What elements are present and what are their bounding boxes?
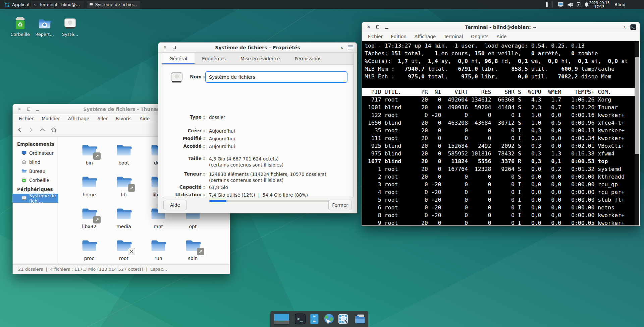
thunar-menu-aller[interactable]: Aller: [97, 116, 108, 121]
tab-mise-en-e-vidence[interactable]: Mise en évidence: [233, 53, 287, 64]
input-slot-icon[interactable]: [544, 0, 549, 9]
web-browser-launcher[interactable]: [323, 313, 335, 325]
sidebar-item-corbeille[interactable]: Corbeille: [13, 176, 58, 185]
terminal-summary-line: MiB Éch : 975,0 total, 975,0 libr, 0,0 u…: [365, 73, 634, 80]
file-item-run[interactable]: run: [142, 237, 174, 261]
maximize-icon[interactable]: [172, 45, 176, 50]
file-item-libx32[interactable]: ↗libx32: [73, 205, 105, 229]
file-item-boot[interactable]: boot: [108, 141, 140, 166]
thunar-sidebar: EmplacementsOrdinateurblindBureauCorbeil…: [13, 137, 58, 264]
properties-titlebar[interactable]: Système de fichiers - Propriétés ✕ ∧: [158, 43, 357, 53]
file-item-label: libx32: [73, 224, 105, 229]
sidebar-item-ordinateur[interactable]: Ordinateur: [13, 148, 58, 157]
terminal-summary-line: %Cpu(s): 1,7 ut, 1,4 sy, 0,0 ni, 96,8 id…: [365, 57, 634, 65]
process-row: 111 root 20 0 0 0 0 I 0,3 0,0 0:00.34 kw…: [365, 134, 634, 142]
close-icon[interactable]: ✕: [163, 45, 167, 50]
sidebar-item-bureau[interactable]: Bureau: [13, 167, 58, 176]
terminal-menu-fichier[interactable]: Fichier: [368, 34, 383, 39]
file-cabinet-launcher[interactable]: [309, 313, 320, 325]
file-item-proc[interactable]: proc: [73, 237, 105, 261]
tab-ge-ne-ral[interactable]: Général: [162, 53, 195, 64]
app-finder-launcher[interactable]: [337, 313, 349, 325]
link-emblem-icon: ↗: [93, 152, 101, 160]
file-item-media[interactable]: media: [108, 205, 140, 229]
maximize-icon[interactable]: [26, 107, 31, 112]
sidebar-item-label: Système de fichi...: [29, 193, 58, 204]
volume-icon[interactable]: [566, 0, 575, 9]
terminal-screen[interactable]: top - 17:13:27 up 14 min, 1 user, load a…: [362, 41, 639, 225]
home-button[interactable]: [49, 125, 58, 135]
process-row: 9 root 20 0 0 0 0 I 0,0 0,0 0:00.05 kwor…: [365, 219, 634, 225]
terminal-menu-e-dition[interactable]: Édition: [391, 34, 407, 39]
sidebar-item-syste-me-de-fichi[interactable]: Système de fichi...: [13, 194, 58, 203]
process-row: 35 root 20 0 0 0 0 I 0,3 0,0 0:00.13 kwo…: [365, 127, 634, 134]
drive-icon: [21, 195, 27, 201]
file-item-label: media: [108, 224, 140, 229]
folder-icon: [80, 237, 98, 254]
thunar-menu-aide[interactable]: Aide: [140, 116, 150, 121]
usage-progress-fill: [209, 200, 226, 202]
capacity-value: 61,8 Gio: [209, 184, 228, 190]
modified-label: Modifié :: [162, 136, 205, 141]
thunar-menu-fichier[interactable]: Fichier: [19, 116, 34, 121]
forward-button[interactable]: [26, 125, 36, 135]
taskbar-button-label: Terminal - blind@debia...: [39, 2, 82, 7]
minimize-icon[interactable]: [384, 25, 389, 29]
folder-icon: [150, 237, 167, 254]
terminal-menu-aide[interactable]: Aide: [496, 34, 506, 39]
file-item-label: proc: [73, 256, 105, 261]
file-item-label: bin: [73, 160, 105, 166]
minimize-icon[interactable]: [35, 107, 40, 112]
name-input[interactable]: [205, 71, 347, 83]
file-item-bin[interactable]: ↗bin: [73, 141, 105, 166]
back-button[interactable]: [15, 125, 24, 135]
close-icon[interactable]: ✕: [17, 107, 22, 112]
terminal-menu-onglets[interactable]: Onglets: [471, 34, 488, 39]
maximize-icon[interactable]: [375, 25, 380, 29]
close-button[interactable]: Fermer: [328, 200, 352, 210]
help-button[interactable]: Aide: [163, 200, 187, 210]
properties-dialog: Système de fichiers - Propriétés ✕ ∧ Gén…: [158, 42, 357, 213]
file-item-lib[interactable]: ↗lib: [108, 173, 140, 197]
clock[interactable]: 2023-09-15 17:13: [588, 0, 611, 9]
file-item-sbin[interactable]: ↗sbin: [177, 237, 209, 261]
desktop-icon-filesystem[interactable]: Systè...: [55, 16, 85, 37]
file-manager-launcher[interactable]: [354, 313, 366, 325]
workspace-switcher[interactable]: [274, 313, 289, 325]
sidebar-item-blind[interactable]: blind: [13, 157, 58, 167]
terminal-menu-affichage[interactable]: Affichage: [415, 34, 436, 39]
thunar-menu-modifier[interactable]: Modifier: [42, 116, 60, 121]
process-row: 925 blind 20 0 152684 2492 2092 S 0,3 0,…: [365, 142, 634, 150]
shade-icon[interactable]: ∧: [622, 25, 627, 29]
taskbar-button-label: Système de fichiers - Th...: [95, 2, 138, 7]
terminal-titlebar[interactable]: Terminal - blind@debian: ~ ✕ ∧: [362, 22, 640, 32]
terminal-menu-terminal[interactable]: Terminal: [444, 34, 463, 39]
file-item-root[interactable]: ✕root: [108, 237, 140, 261]
content-label: Teneur :: [162, 171, 205, 177]
sidebar-item-label: blind: [29, 159, 40, 165]
thunar-menu-affichage[interactable]: Affichage: [68, 116, 89, 121]
folder-icon: ↗: [184, 237, 202, 254]
process-row: 1650 blind 20 0 463208 43684 30712 S 1,0…: [365, 119, 634, 127]
terminal-blank-line: [365, 80, 634, 88]
up-button[interactable]: [38, 125, 47, 135]
terminal-scrollbar[interactable]: [635, 41, 639, 225]
process-row: 3 root 0 -20 0 0 0 I 0,0 0,0 0:00.00 rcu…: [365, 181, 634, 188]
scrollbar-thumb[interactable]: [635, 57, 639, 154]
trash-icon: [21, 177, 27, 183]
home-folder-icon: [37, 16, 52, 31]
thunar-menu-favoris[interactable]: Favoris: [116, 116, 131, 121]
sidebar-item-label: Ordinateur: [29, 150, 54, 156]
display-icon[interactable]: [556, 0, 566, 9]
taskbar-button-terminal[interactable]: Terminal - blind@debia...: [30, 1, 85, 8]
battery-icon[interactable]: [574, 0, 583, 9]
file-item-label: home: [73, 192, 105, 197]
terminal-launcher[interactable]: [294, 313, 306, 325]
shade-icon[interactable]: ∧: [339, 45, 344, 50]
taskbar-button-filemanager[interactable]: Système de fichiers - Th...: [86, 1, 141, 8]
close-icon[interactable]: ✕: [366, 25, 371, 29]
tab-permissions[interactable]: Permissions: [287, 53, 329, 64]
terminal-icon: [630, 24, 636, 30]
file-item-home[interactable]: home: [73, 173, 105, 197]
tab-emble-mes[interactable]: Emblèmes: [195, 53, 233, 64]
